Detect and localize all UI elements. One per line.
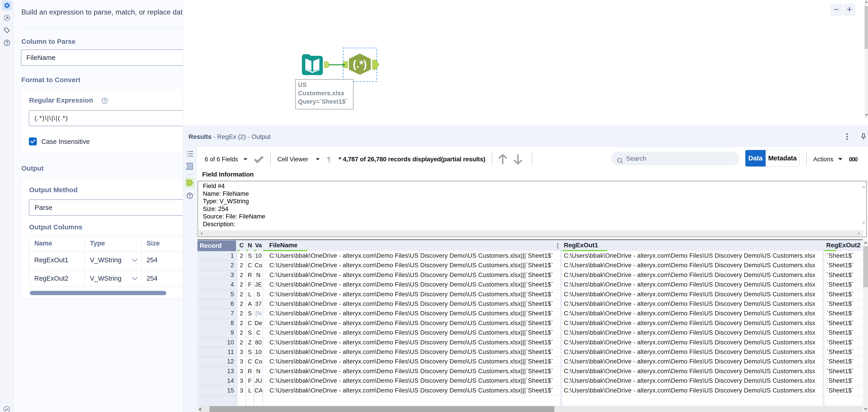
svg-text:(.*): (.*) <box>353 58 367 70</box>
